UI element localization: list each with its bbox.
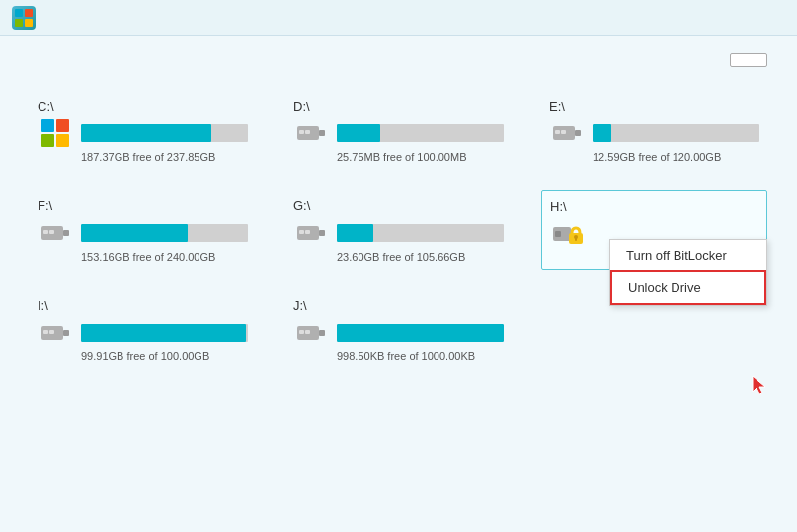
titlebar-left [12, 6, 43, 30]
close-button[interactable] [767, 9, 785, 27]
svg-rect-30 [63, 330, 69, 336]
drive-progress-bar [81, 224, 248, 242]
app-icon [12, 6, 36, 30]
svg-rect-11 [305, 130, 310, 134]
usb-icon [293, 219, 329, 247]
drive-row [38, 219, 248, 247]
drive-progress-fill [81, 124, 211, 142]
drive-progress-fill [337, 324, 504, 342]
svg-rect-3 [25, 19, 33, 27]
drive-label: J:\ [293, 298, 504, 313]
drive-progress-fill [81, 224, 188, 242]
svg-rect-13 [575, 130, 581, 136]
drive-row [38, 319, 248, 346]
windows-icon [38, 119, 73, 147]
drive-row [293, 319, 504, 346]
drive-progress-bar [337, 224, 504, 242]
svg-rect-31 [43, 330, 48, 334]
context-menu: Turn off BitLockerUnlock Drive [609, 239, 767, 306]
svg-rect-7 [56, 134, 69, 147]
drive-info: 187.37GB free of 237.85GB [81, 151, 248, 163]
drive-progress-bar [81, 324, 248, 342]
drive-progress-fill [337, 224, 373, 242]
usb-icon [293, 119, 329, 147]
drive-item-g[interactable]: G:\ 23.60GB free of 105.66GB [285, 190, 512, 270]
context-menu-item-0[interactable]: Turn off BitLocker [610, 240, 766, 270]
header-bar [0, 36, 797, 81]
svg-rect-36 [305, 330, 310, 334]
menu-button[interactable] [712, 9, 730, 27]
svg-rect-6 [41, 134, 54, 147]
svg-rect-21 [319, 230, 325, 236]
usb-icon [549, 119, 585, 147]
svg-rect-23 [305, 230, 310, 234]
svg-rect-0 [15, 9, 23, 17]
drive-progress-bar [337, 324, 504, 342]
drive-item-f[interactable]: F:\ 153.16GB free of 240.00GB [30, 190, 256, 270]
drive-item-e[interactable]: E:\ 12.59GB free of 120.00GB [541, 91, 767, 171]
usb-icon [38, 219, 73, 247]
usb-icon [293, 319, 329, 346]
drive-info: 153.16GB free of 240.00GB [81, 251, 248, 263]
svg-rect-19 [49, 230, 54, 234]
drive-info: 25.75MB free of 100.00MB [337, 151, 504, 163]
svg-rect-32 [49, 330, 54, 334]
svg-rect-2 [15, 19, 23, 27]
titlebar-controls [712, 9, 785, 27]
drive-label: C:\ [38, 99, 248, 114]
svg-rect-10 [299, 130, 304, 134]
drive-label: F:\ [38, 198, 248, 213]
drive-row [293, 119, 504, 147]
svg-rect-5 [56, 119, 69, 132]
drive-item-d[interactable]: D:\ 25.75MB free of 100.00MB [285, 91, 512, 171]
svg-rect-25 [555, 231, 561, 237]
drives-grid: C:\ 187.37GB free of 237.85GBD:\ 25.75MB… [30, 91, 767, 370]
svg-rect-34 [319, 330, 325, 336]
svg-rect-14 [555, 130, 560, 134]
svg-rect-9 [319, 130, 325, 136]
drive-progress-fill [593, 124, 611, 142]
drive-label: G:\ [293, 198, 504, 213]
titlebar [0, 0, 797, 36]
drive-info: 12.59GB free of 120.00GB [593, 151, 759, 163]
svg-rect-15 [561, 130, 566, 134]
drive-label: H:\ [550, 199, 758, 214]
drive-info: 99.91GB free of 100.00GB [81, 350, 248, 362]
drive-item-j[interactable]: J:\ 998.50KB free of 1000.00KB [285, 290, 512, 370]
drive-row [38, 119, 248, 147]
drive-item-i[interactable]: I:\ 99.91GB free of 100.00GB [30, 290, 256, 370]
svg-rect-18 [43, 230, 48, 234]
svg-rect-22 [299, 230, 304, 234]
refresh-button[interactable] [730, 53, 767, 67]
drive-progress-bar [593, 124, 759, 142]
svg-rect-35 [299, 330, 304, 334]
usb-icon [38, 319, 73, 346]
drive-label: E:\ [549, 99, 759, 114]
drive-progress-bar [81, 124, 248, 142]
drive-row [293, 219, 504, 247]
minimize-button[interactable] [740, 9, 757, 27]
drive-progress-fill [337, 124, 380, 142]
svg-rect-1 [25, 9, 33, 17]
svg-marker-37 [753, 376, 765, 394]
drive-progress-bar [337, 124, 504, 142]
main-content: C:\ 187.37GB free of 237.85GBD:\ 25.75MB… [0, 81, 797, 390]
svg-rect-4 [41, 119, 54, 132]
svg-rect-28 [575, 237, 577, 241]
drive-item-c[interactable]: C:\ 187.37GB free of 237.85GB [30, 91, 256, 171]
drive-info: 23.60GB free of 105.66GB [337, 251, 504, 263]
drive-info: 998.50KB free of 1000.00KB [337, 350, 504, 362]
drive-label: D:\ [293, 99, 504, 114]
svg-rect-17 [63, 230, 69, 236]
locked-icon [550, 220, 586, 248]
drive-progress-fill [81, 324, 246, 342]
drive-row [549, 119, 759, 147]
drive-label: I:\ [38, 298, 248, 313]
context-menu-item-1[interactable]: Unlock Drive [610, 270, 766, 305]
